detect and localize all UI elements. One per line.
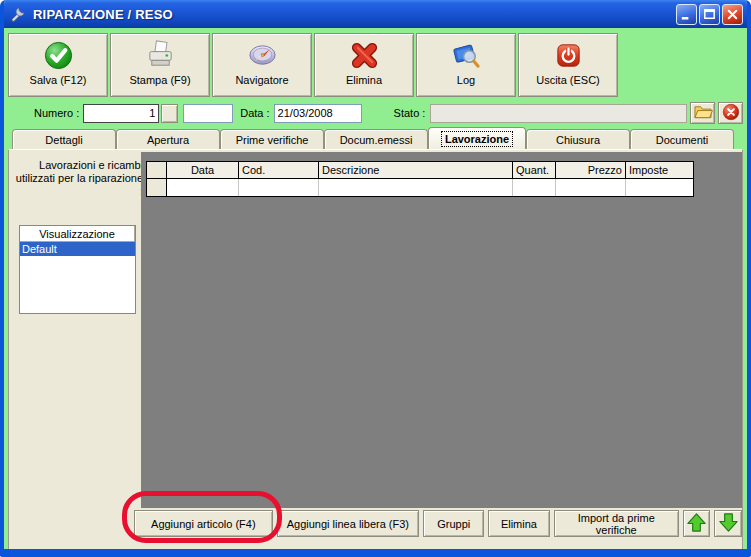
exit-button[interactable]: Uscita (ESC)	[518, 33, 618, 97]
tab-bar: Dettagli Apertura Prime verifiche Docum.…	[8, 127, 743, 149]
grid-header-row: Data Cod. Descrizione Quant. Prezzo Impo…	[147, 162, 693, 179]
numero-input[interactable]	[83, 104, 159, 123]
navigator-button-label: Navigatore	[235, 74, 288, 86]
save-button[interactable]: Salva (F12)	[8, 33, 108, 97]
minimize-button[interactable]	[676, 4, 697, 25]
save-check-icon	[43, 38, 74, 72]
delete-button-label: Elimina	[346, 74, 382, 86]
data-input[interactable]	[274, 104, 362, 123]
print-button[interactable]: Stampa (F9)	[110, 33, 210, 97]
green-down-arrow-icon	[718, 512, 739, 536]
add-article-button[interactable]: Aggiungi articolo (F4)	[134, 510, 273, 537]
delete-row-button[interactable]: Elimina	[488, 510, 549, 537]
grid-cell-selector	[147, 179, 167, 196]
folder-icon	[693, 103, 713, 123]
power-icon	[553, 38, 584, 72]
grid-header-descrizione: Descrizione	[319, 162, 513, 179]
grid-header-imposte: Imposte	[626, 162, 693, 179]
grid-header-selector	[147, 162, 167, 179]
stato-input	[430, 104, 687, 123]
tab-prime-verifiche[interactable]: Prime verifiche	[220, 129, 324, 149]
list-item-default[interactable]: Default	[20, 242, 135, 256]
grid-cell	[319, 179, 513, 196]
groups-button[interactable]: Gruppi	[423, 510, 484, 537]
printer-icon	[145, 38, 176, 72]
lavorazione-panel: Lavorazioni e ricambi utilizzati per la …	[8, 149, 743, 550]
visualizzazione-header: Visualizzazione	[20, 226, 135, 242]
visualizzazione-listbox[interactable]: Visualizzazione Default	[19, 225, 136, 314]
grid-header-prezzo: Prezzo	[556, 162, 626, 179]
grid-cell	[513, 179, 556, 196]
green-up-arrow-icon	[686, 512, 707, 536]
grid-cell	[167, 179, 239, 196]
log-button[interactable]: Log	[416, 33, 516, 97]
compass-icon	[247, 38, 278, 72]
window-title: RIPARAZIONE / RESO	[33, 7, 676, 22]
grid-header-cod: Cod.	[239, 162, 319, 179]
header-form-row: Numero : Data : Stato :	[4, 100, 747, 126]
data-label: Data :	[240, 107, 269, 119]
red-x-circle-icon	[722, 103, 740, 124]
grid-cell	[556, 179, 626, 196]
grid-header-quant: Quant.	[513, 162, 556, 179]
grid-cell	[239, 179, 319, 196]
work-area: Data Cod. Descrizione Quant. Prezzo Impo…	[141, 152, 742, 508]
tab-apertura[interactable]: Apertura	[116, 129, 220, 149]
log-button-label: Log	[457, 74, 475, 86]
title-bar: RIPARAZIONE / RESO	[4, 0, 747, 28]
items-grid[interactable]: Data Cod. Descrizione Quant. Prezzo Impo…	[146, 161, 694, 197]
wrench-icon	[10, 5, 27, 24]
main-toolbar: Salva (F12) Stampa (F9)	[8, 33, 743, 97]
delete-button[interactable]: Elimina	[314, 33, 414, 97]
window-controls	[676, 4, 743, 25]
numero-lookup-button[interactable]	[161, 104, 178, 123]
import-verifiche-button[interactable]: Import da prime verifiche	[554, 510, 679, 537]
add-free-line-button[interactable]: Aggiungi linea libera (F3)	[277, 510, 419, 537]
action-button-row: Aggiungi articolo (F4) Aggiungi linea li…	[9, 510, 742, 537]
numero-label: Numero :	[34, 107, 79, 119]
move-down-button[interactable]	[714, 510, 742, 537]
navigator-button[interactable]: Navigatore	[212, 33, 312, 97]
grid-header-data: Data	[167, 162, 239, 179]
stato-clear-button[interactable]	[718, 102, 743, 124]
app-window: RIPARAZIONE / RESO	[0, 0, 751, 557]
save-button-label: Salva (F12)	[30, 74, 87, 86]
tab-documenti[interactable]: Documenti	[630, 129, 734, 149]
tab-dettagli[interactable]: Dettagli	[12, 129, 116, 149]
close-button[interactable]	[722, 4, 743, 25]
exit-button-label: Uscita (ESC)	[536, 74, 600, 86]
maximize-button[interactable]	[699, 4, 720, 25]
stato-label: Stato :	[394, 107, 426, 119]
print-button-label: Stampa (F9)	[129, 74, 190, 86]
grid-empty-row[interactable]	[147, 179, 693, 196]
stato-browse-button[interactable]	[690, 102, 715, 124]
move-up-button[interactable]	[683, 510, 711, 537]
grid-cell	[626, 179, 693, 196]
delete-x-icon	[349, 38, 380, 72]
side-label: Lavorazioni e ricambi utilizzati per la …	[13, 159, 143, 198]
tab-chiusura[interactable]: Chiusura	[526, 129, 630, 149]
tab-docum-emessi[interactable]: Docum.emessi	[324, 129, 428, 149]
secondary-input[interactable]	[183, 104, 233, 123]
tab-lavorazione[interactable]: Lavorazione	[428, 127, 526, 149]
log-book-icon	[451, 38, 482, 72]
